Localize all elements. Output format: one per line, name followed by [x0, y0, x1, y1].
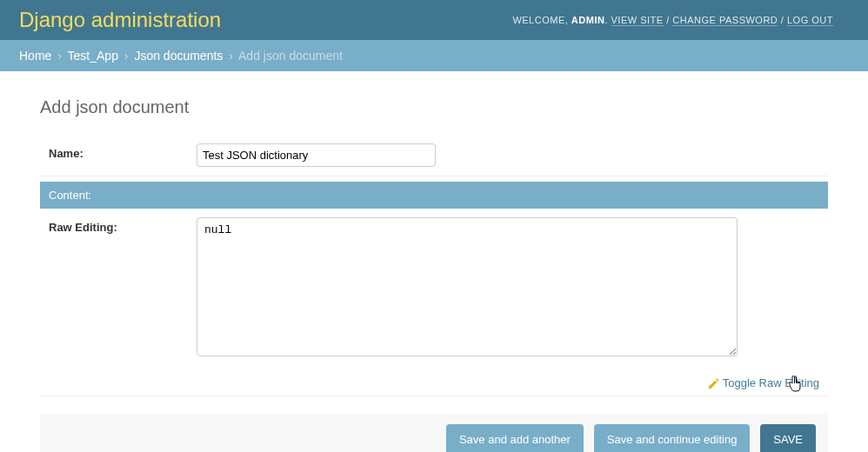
field-row-raw: Raw Editing: null	[40, 209, 828, 368]
user-tools: WELCOME, ADMIN. VIEW SITE / CHANGE PASSW…	[512, 15, 833, 25]
raw-editing-textarea[interactable]: null	[197, 217, 738, 356]
breadcrumb-model[interactable]: Json documents	[134, 49, 223, 63]
change-password-link[interactable]: CHANGE PASSWORD	[672, 15, 778, 26]
logout-link[interactable]: LOG OUT	[787, 15, 833, 26]
save-button[interactable]	[760, 424, 816, 452]
view-site-link[interactable]: VIEW SITE	[611, 15, 664, 26]
save-continue-button[interactable]	[594, 424, 751, 452]
branding: Django administration	[19, 8, 221, 32]
raw-editing-label: Raw Editing:	[49, 217, 188, 234]
breadcrumb-sep: ›	[55, 49, 64, 63]
name-input[interactable]	[197, 143, 436, 167]
breadcrumb: Home › Test_App › Json documents › Add j…	[0, 40, 868, 71]
site-title-link[interactable]: Django administration	[19, 8, 221, 31]
content: Add json document Name: Content: Raw Edi…	[0, 71, 868, 452]
toggle-row: Toggle Raw Editing	[40, 368, 828, 396]
breadcrumb-app[interactable]: Test_App	[68, 49, 118, 63]
breadcrumb-home[interactable]: Home	[19, 49, 51, 63]
name-label: Name:	[49, 143, 188, 160]
toggle-raw-editing-link[interactable]: Toggle Raw Editing	[723, 376, 819, 389]
breadcrumb-current: Add json document	[238, 49, 343, 63]
content-fieldset-header: Content:	[40, 182, 828, 209]
field-row-name: Name:	[40, 135, 828, 176]
breadcrumb-sep: ›	[226, 49, 236, 63]
breadcrumb-sep: ›	[122, 49, 131, 63]
submit-row	[40, 414, 828, 452]
save-add-another-button[interactable]	[446, 424, 584, 452]
current-user: ADMIN	[571, 15, 605, 25]
page-title: Add json document	[40, 97, 828, 117]
welcome-text: WELCOME,	[512, 15, 571, 25]
pencil-icon	[707, 378, 719, 390]
admin-header: Django administration WELCOME, ADMIN. VI…	[0, 0, 868, 40]
